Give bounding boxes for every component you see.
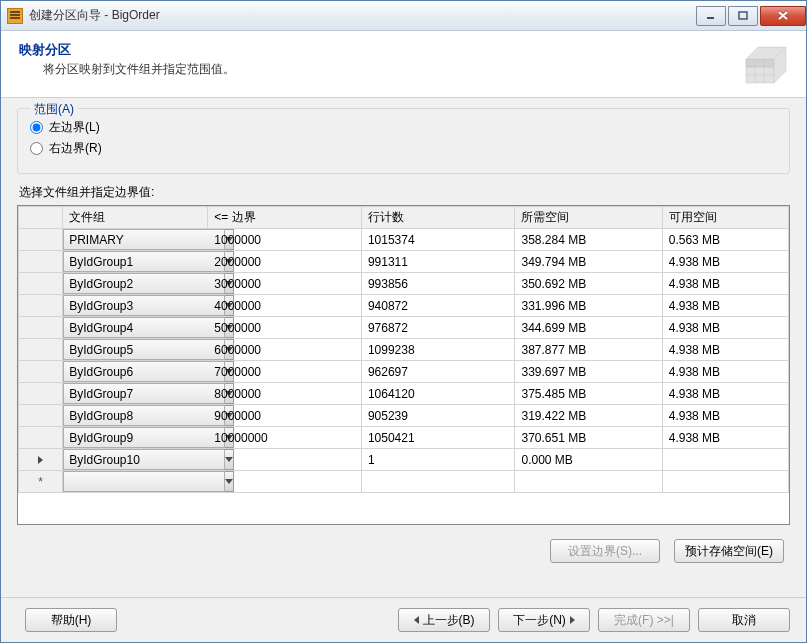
reqspace-cell[interactable]: 387.877 MB [515,339,662,361]
rowcount-cell[interactable]: 991311 [361,251,515,273]
maximize-button[interactable] [728,6,758,26]
rowcount-cell[interactable]: 993856 [361,273,515,295]
reqspace-cell[interactable]: 339.697 MB [515,361,662,383]
reqspace-cell[interactable]: 350.692 MB [515,273,662,295]
filegroup-combo-button[interactable] [225,471,234,492]
availspace-cell[interactable]: 4.938 MB [662,295,788,317]
filegroup-combo-input[interactable] [63,317,225,338]
availspace-cell[interactable] [662,449,788,471]
set-boundary-button[interactable]: 设置边界(S)... [550,539,660,563]
rowcount-cell[interactable]: 1099238 [361,339,515,361]
table-row[interactable]: 60000001099238387.877 MB4.938 MB [19,339,789,361]
table-row[interactable]: 7000000962697339.697 MB4.938 MB [19,361,789,383]
availspace-cell[interactable]: 4.938 MB [662,339,788,361]
next-button[interactable]: 下一步(N) [498,608,590,632]
rowcount-cell[interactable]: 905239 [361,405,515,427]
reqspace-cell[interactable]: 331.996 MB [515,295,662,317]
rowcount-cell[interactable]: 962697 [361,361,515,383]
col-filegroup[interactable]: 文件组 [63,207,208,229]
reqspace-cell[interactable]: 358.284 MB [515,229,662,251]
table-row[interactable]: 10.000 MB [19,449,789,471]
filegroup-cell[interactable] [63,405,208,427]
table-row[interactable]: * [19,471,789,493]
filegroup-combo-input[interactable] [63,339,225,360]
availspace-cell[interactable]: 4.938 MB [662,317,788,339]
row-header-cell[interactable] [19,427,63,449]
row-header-cell[interactable] [19,273,63,295]
filegroup-cell[interactable] [63,251,208,273]
reqspace-cell[interactable]: 0.000 MB [515,449,662,471]
filegroup-combo-button[interactable] [225,449,234,470]
filegroup-cell[interactable] [63,339,208,361]
estimate-storage-button[interactable]: 预计存储空间(E) [674,539,784,563]
row-header-cell[interactable] [19,383,63,405]
cancel-button[interactable]: 取消 [698,608,790,632]
filegroup-combo-input[interactable] [63,251,225,272]
availspace-cell[interactable]: 4.938 MB [662,273,788,295]
filegroup-cell[interactable] [63,449,208,471]
radio-left-boundary[interactable]: 左边界(L) [30,119,777,136]
filegroup-cell[interactable] [63,361,208,383]
row-header-cell[interactable] [19,229,63,251]
row-header-cell[interactable] [19,317,63,339]
filegroup-combo-input[interactable] [63,361,225,382]
reqspace-cell[interactable]: 349.794 MB [515,251,662,273]
availspace-cell[interactable]: 4.938 MB [662,251,788,273]
reqspace-cell[interactable]: 370.651 MB [515,427,662,449]
reqspace-cell[interactable]: 319.422 MB [515,405,662,427]
availspace-cell[interactable]: 4.938 MB [662,383,788,405]
filegroup-cell[interactable] [63,383,208,405]
filegroup-cell[interactable] [63,317,208,339]
table-row[interactable]: 100000001050421370.651 MB4.938 MB [19,427,789,449]
availspace-cell[interactable]: 0.563 MB [662,229,788,251]
col-reqspace[interactable]: 所需空间 [515,207,662,229]
rowcount-cell[interactable]: 976872 [361,317,515,339]
availspace-cell[interactable] [662,471,788,493]
col-rowheader[interactable] [19,207,63,229]
radio-right-input[interactable] [30,142,43,155]
table-row[interactable]: 10000001015374358.284 MB0.563 MB [19,229,789,251]
rowcount-cell[interactable]: 1015374 [361,229,515,251]
help-button[interactable]: 帮助(H) [25,608,117,632]
availspace-cell[interactable]: 4.938 MB [662,361,788,383]
col-rowcount[interactable]: 行计数 [361,207,515,229]
table-row[interactable]: 80000001064120375.485 MB4.938 MB [19,383,789,405]
availspace-cell[interactable]: 4.938 MB [662,405,788,427]
col-availspace[interactable]: 可用空间 [662,207,788,229]
radio-right-boundary[interactable]: 右边界(R) [30,140,777,157]
row-header-cell[interactable] [19,405,63,427]
partition-grid[interactable]: 文件组 <= 边界 行计数 所需空间 可用空间 1000000101537435… [17,205,790,525]
table-row[interactable]: 9000000905239319.422 MB4.938 MB [19,405,789,427]
table-row[interactable]: 2000000991311349.794 MB4.938 MB [19,251,789,273]
rowcount-cell[interactable]: 1 [361,449,515,471]
reqspace-cell[interactable]: 344.699 MB [515,317,662,339]
row-header-cell[interactable] [19,449,63,471]
row-header-cell[interactable] [19,361,63,383]
finish-button[interactable]: 完成(F) >>| [598,608,690,632]
filegroup-combo-input[interactable] [63,471,225,492]
titlebar[interactable]: 创建分区向导 - BigOrder [1,1,806,31]
filegroup-combo-input[interactable] [63,383,225,404]
filegroup-cell[interactable] [63,427,208,449]
filegroup-combo-input[interactable] [63,405,225,426]
row-header-cell[interactable]: * [19,471,63,493]
back-button[interactable]: 上一步(B) [398,608,490,632]
reqspace-cell[interactable] [515,471,662,493]
filegroup-combo-input[interactable] [63,273,225,294]
radio-left-input[interactable] [30,121,43,134]
rowcount-cell[interactable]: 1064120 [361,383,515,405]
reqspace-cell[interactable]: 375.485 MB [515,383,662,405]
row-header-cell[interactable] [19,295,63,317]
rowcount-cell[interactable]: 1050421 [361,427,515,449]
filegroup-cell[interactable] [63,471,208,493]
table-row[interactable]: 3000000993856350.692 MB4.938 MB [19,273,789,295]
filegroup-combo-input[interactable] [63,295,225,316]
filegroup-combo-input[interactable] [63,449,225,470]
filegroup-combo-input[interactable] [63,427,225,448]
close-button[interactable] [760,6,806,26]
row-header-cell[interactable] [19,251,63,273]
rowcount-cell[interactable]: 940872 [361,295,515,317]
availspace-cell[interactable]: 4.938 MB [662,427,788,449]
table-row[interactable]: 5000000976872344.699 MB4.938 MB [19,317,789,339]
filegroup-combo-input[interactable] [63,229,225,250]
